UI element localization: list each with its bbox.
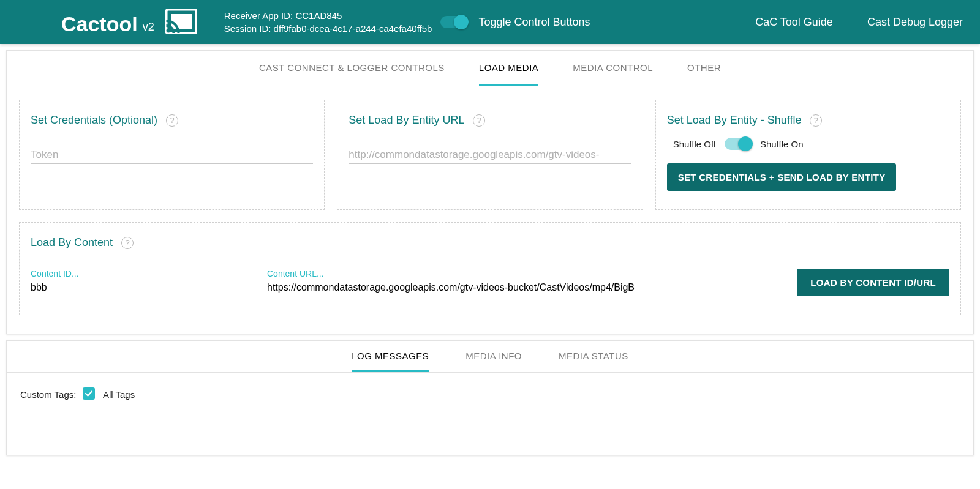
- tab-media-control[interactable]: MEDIA CONTROL: [573, 51, 653, 86]
- load-by-content-card: Load By Content ? Content ID... Content …: [19, 222, 961, 315]
- set-load-by-entity-shuffle-card: Set Load By Entity - Shuffle ? Shuffle O…: [655, 100, 961, 210]
- content-id-input[interactable]: [31, 280, 251, 296]
- main-panel: CAST CONNECT & LOGGER CONTROLS LOAD MEDI…: [6, 50, 974, 334]
- svg-point-2: [166, 28, 170, 32]
- cac-tool-guide-link[interactable]: CaC Tool Guide: [755, 16, 833, 29]
- set-load-by-entity-url-card: Set Load By Entity URL ?: [337, 100, 643, 210]
- load-by-content-title: Load By Content: [31, 236, 113, 249]
- tab-media-status[interactable]: MEDIA STATUS: [559, 341, 628, 372]
- entity-url-input[interactable]: [349, 146, 631, 164]
- content-id-label: Content ID...: [31, 269, 251, 278]
- toggle-control-buttons-label: Toggle Control Buttons: [478, 16, 590, 29]
- content-url-input[interactable]: [267, 280, 781, 296]
- custom-tags-label: Custom Tags:: [20, 389, 76, 400]
- all-tags-label: All Tags: [103, 389, 135, 400]
- logo: Cactool v2: [61, 9, 197, 36]
- log-tabs: LOG MESSAGES MEDIA INFO MEDIA STATUS: [7, 341, 973, 373]
- cast-icon[interactable]: [159, 9, 197, 36]
- shuffle-off-label: Shuffle Off: [673, 139, 716, 149]
- session-info: Receiver App ID: CC1AD845 Session ID: df…: [224, 9, 432, 35]
- load-by-content-button[interactable]: LOAD BY CONTENT ID/URL: [797, 269, 949, 296]
- tab-load-media[interactable]: LOAD MEDIA: [479, 51, 539, 86]
- set-load-by-entity-shuffle-title: Set Load By Entity - Shuffle: [667, 114, 802, 127]
- set-credentials-title: Set Credentials (Optional): [31, 114, 157, 127]
- receiver-app-id: Receiver App ID: CC1AD845: [224, 9, 432, 22]
- help-icon[interactable]: ?: [473, 114, 485, 127]
- shuffle-switch[interactable]: [725, 138, 752, 150]
- logo-version: v2: [143, 21, 154, 34]
- app-header: Cactool v2 Receiver App ID: CC1AD845 Ses…: [0, 0, 980, 44]
- all-tags-checkbox[interactable]: [83, 387, 95, 400]
- content-url-label: Content URL...: [267, 269, 781, 278]
- log-panel: LOG MESSAGES MEDIA INFO MEDIA STATUS Cus…: [6, 340, 974, 455]
- svg-rect-1: [171, 14, 192, 29]
- set-credentials-send-load-button[interactable]: SET CREDENTIALS + SEND LOAD BY ENTITY: [667, 163, 897, 191]
- set-credentials-card: Set Credentials (Optional) ?: [19, 100, 325, 210]
- session-id: Session ID: dff9fab0-dcea-4c17-a244-ca4e…: [224, 22, 432, 35]
- main-tabs: CAST CONNECT & LOGGER CONTROLS LOAD MEDI…: [7, 51, 973, 86]
- credentials-token-input[interactable]: [31, 146, 313, 164]
- logo-title: Cactool: [61, 12, 138, 36]
- tab-cast-connect[interactable]: CAST CONNECT & LOGGER CONTROLS: [259, 51, 445, 86]
- set-load-by-entity-url-title: Set Load By Entity URL: [349, 114, 464, 127]
- header-links: CaC Tool Guide Cast Debug Logger: [755, 16, 963, 29]
- shuffle-on-label: Shuffle On: [760, 139, 804, 149]
- cast-debug-logger-link[interactable]: Cast Debug Logger: [867, 16, 963, 29]
- help-icon[interactable]: ?: [121, 237, 134, 249]
- help-icon[interactable]: ?: [166, 114, 178, 127]
- toggle-control-buttons-switch[interactable]: [440, 16, 467, 28]
- tab-other[interactable]: OTHER: [687, 51, 721, 86]
- tab-log-messages[interactable]: LOG MESSAGES: [352, 341, 429, 372]
- tab-media-info[interactable]: MEDIA INFO: [466, 341, 522, 372]
- help-icon[interactable]: ?: [810, 114, 822, 127]
